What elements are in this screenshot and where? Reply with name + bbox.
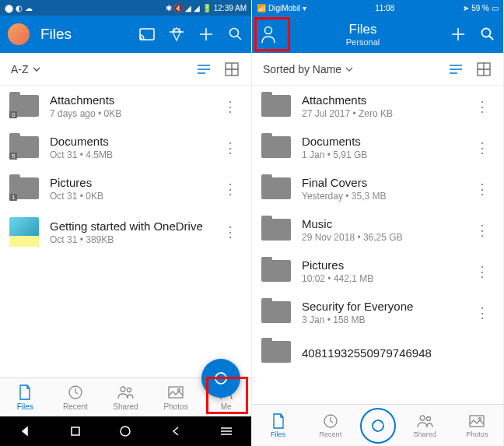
- bottom-tabs: Files Recent Shared Photos: [252, 404, 503, 446]
- svg-rect-19: [470, 416, 484, 427]
- premium-icon[interactable]: [169, 26, 184, 42]
- clock-icon: [67, 384, 84, 401]
- item-name: Documents: [50, 135, 208, 148]
- file-list: 0 Attachments7 days ago • 0KB ⋮ 5 Docume…: [0, 86, 251, 378]
- photos-icon: [167, 384, 184, 401]
- item-meta: Oct 31 • 389KB: [50, 234, 208, 245]
- more-icon[interactable]: ⋮: [471, 139, 494, 156]
- tab-recent[interactable]: Recent: [51, 378, 101, 416]
- item-meta: Oct 31 • 0KB: [50, 191, 208, 202]
- more-icon[interactable]: ⋮: [219, 181, 242, 198]
- svg-rect-0: [140, 29, 154, 40]
- ios-status-bar: 📶 DigiMobil ▾ 11:08 ➤ 59 % ▭: [252, 0, 503, 16]
- nav-home[interactable]: [117, 423, 133, 439]
- folder-icon: 0: [9, 95, 39, 118]
- item-meta: 1 Jan • 5,91 GB: [302, 149, 460, 160]
- folder-icon: 5: [9, 136, 39, 160]
- add-icon[interactable]: [450, 26, 466, 42]
- cast-icon[interactable]: [139, 26, 155, 42]
- list-item[interactable]: 0 Attachments7 days ago • 0KB ⋮: [0, 86, 251, 127]
- item-name: Attachments: [302, 93, 460, 107]
- nav-recent[interactable]: [68, 423, 83, 439]
- folder-icon: [261, 341, 291, 364]
- folder-icon: [261, 260, 291, 283]
- svg-rect-7: [169, 387, 183, 398]
- svg-rect-10: [72, 427, 79, 435]
- tab-files[interactable]: Files: [252, 413, 304, 438]
- item-meta: 10:02 • 442,1 MB: [302, 273, 460, 284]
- more-icon[interactable]: ⋮: [471, 263, 494, 280]
- android-nav-bar: [0, 416, 251, 446]
- avatar[interactable]: [8, 23, 30, 45]
- search-icon[interactable]: [480, 26, 495, 42]
- svg-point-20: [479, 418, 481, 420]
- item-name: 40811932550979746948: [302, 346, 494, 360]
- list-item[interactable]: Music29 Nov 2018 • 36,25 GB⋮: [252, 209, 503, 251]
- ios-phone: 📶 DigiMobil ▾ 11:08 ➤ 59 % ▭ Files Perso…: [252, 0, 504, 446]
- list-item[interactable]: Security for Everyone3 Jan • 158 MB⋮: [252, 292, 503, 333]
- more-icon[interactable]: ⋮: [219, 223, 242, 241]
- more-icon[interactable]: ⋮: [471, 222, 494, 239]
- camera-fab[interactable]: [201, 359, 240, 398]
- item-name: Final Covers: [302, 176, 460, 189]
- item-meta: 7 days ago • 0KB: [50, 108, 208, 119]
- search-icon[interactable]: [228, 26, 243, 42]
- sort-dropdown[interactable]: Sorted by Name: [263, 63, 436, 76]
- page-subtitle: Personal: [275, 37, 450, 47]
- signal-icon: 📶: [257, 4, 266, 12]
- tab-recent[interactable]: Recent: [304, 413, 356, 438]
- nav-back[interactable]: [17, 423, 33, 439]
- svg-point-5: [121, 387, 125, 392]
- profile-icon[interactable]: [260, 26, 275, 42]
- file-thumbnail: [9, 217, 39, 247]
- list-item[interactable]: Attachments27 Jul 2017 • Zero KB⋮: [252, 86, 503, 127]
- more-icon[interactable]: ⋮: [471, 304, 494, 321]
- item-name: Pictures: [50, 176, 208, 189]
- view-list-icon[interactable]: [447, 61, 464, 78]
- list-item[interactable]: 40811932550979746948: [252, 333, 503, 372]
- list-item[interactable]: 5 DocumentsOct 31 • 4.5MB ⋮: [0, 127, 251, 168]
- list-item[interactable]: 1 PicturesOct 31 • 0KB ⋮: [0, 168, 251, 209]
- view-grid-icon[interactable]: [223, 61, 240, 78]
- folder-icon: [261, 95, 291, 118]
- file-list: Attachments27 Jul 2017 • Zero KB⋮ Docume…: [252, 86, 503, 404]
- nav-back-alt[interactable]: [168, 423, 184, 439]
- status-time: 11:08: [375, 4, 394, 12]
- camera-button[interactable]: [360, 408, 396, 444]
- tab-photos[interactable]: Photos: [151, 378, 201, 416]
- chevron-down-icon: [33, 67, 40, 72]
- svg-point-6: [128, 388, 131, 392]
- more-icon[interactable]: ⋮: [471, 98, 494, 115]
- more-icon[interactable]: ⋮: [471, 181, 494, 198]
- more-icon[interactable]: ⋮: [219, 98, 242, 115]
- item-meta: 27 Jul 2017 • Zero KB: [302, 108, 460, 119]
- status-icon: ⬤: [5, 4, 13, 12]
- list-item[interactable]: Documents1 Jan • 5,91 GB⋮: [252, 127, 503, 168]
- svg-point-1: [230, 29, 239, 37]
- item-meta: 29 Nov 2018 • 36,25 GB: [302, 232, 460, 243]
- item-name: Attachments: [50, 93, 208, 107]
- add-icon[interactable]: [198, 26, 214, 42]
- tab-files[interactable]: Files: [0, 378, 51, 416]
- item-meta: Oct 31 • 4.5MB: [50, 149, 208, 160]
- nav-menu[interactable]: [219, 423, 234, 439]
- status-icon: ◐: [16, 4, 23, 12]
- tab-photos[interactable]: Photos: [451, 413, 503, 438]
- android-phone: ⬤ ◐ ☁ ✱ 🔇 ◢ ◢ 🔋 12:39 AM Files A-Z 0 Att…: [0, 0, 252, 446]
- list-item[interactable]: Final CoversYesterday • 35,3 MB⋮: [252, 168, 503, 209]
- item-meta: 3 Jan • 158 MB: [302, 314, 460, 325]
- view-list-icon[interactable]: [195, 61, 212, 78]
- tab-shared[interactable]: Shared: [100, 378, 151, 416]
- files-icon: [270, 413, 287, 430]
- item-name: Music: [302, 217, 460, 230]
- sort-dropdown[interactable]: A-Z: [11, 63, 184, 76]
- shared-icon: [416, 413, 433, 430]
- view-grid-icon[interactable]: [475, 61, 492, 78]
- list-item[interactable]: Getting started with OneDriveOct 31 • 38…: [0, 209, 251, 255]
- item-name: Documents: [302, 135, 460, 148]
- list-item[interactable]: Pictures10:02 • 442,1 MB⋮: [252, 251, 503, 292]
- tab-shared[interactable]: Shared: [399, 413, 451, 438]
- svg-point-11: [121, 427, 130, 436]
- svg-point-8: [178, 389, 180, 392]
- more-icon[interactable]: ⋮: [219, 139, 242, 156]
